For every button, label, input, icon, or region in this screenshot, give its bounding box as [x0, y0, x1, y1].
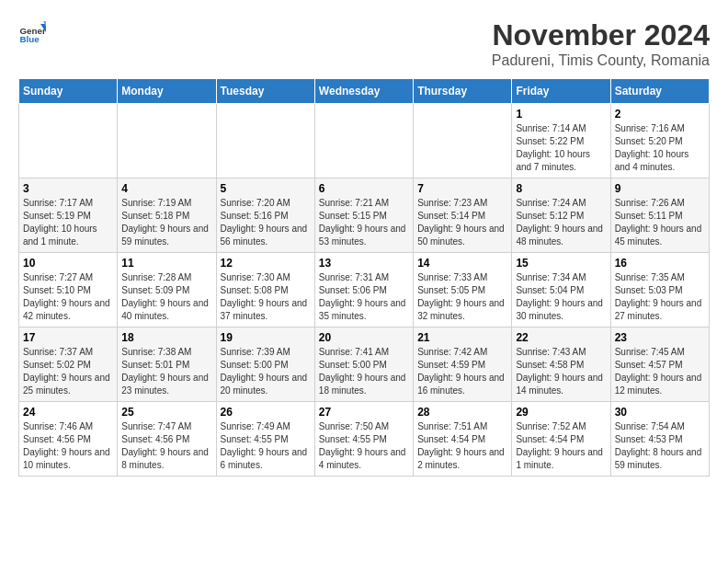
- day-number: 5: [221, 182, 311, 195]
- calendar-week-row: 10Sunrise: 7:27 AMSunset: 5:10 PMDayligh…: [19, 253, 710, 327]
- day-number: 23: [615, 331, 705, 344]
- day-number: 1: [516, 108, 606, 121]
- day-number: 10: [23, 257, 113, 270]
- calendar-cell: 30Sunrise: 7:54 AMSunset: 4:53 PMDayligh…: [610, 402, 709, 477]
- calendar-week-row: 24Sunrise: 7:46 AMSunset: 4:56 PMDayligh…: [19, 402, 710, 477]
- calendar-week-row: 17Sunrise: 7:37 AMSunset: 5:02 PMDayligh…: [19, 327, 710, 402]
- calendar-cell: 5Sunrise: 7:20 AMSunset: 5:16 PMDaylight…: [216, 178, 314, 253]
- day-info: Sunrise: 7:41 AMSunset: 5:00 PMDaylight:…: [319, 346, 409, 397]
- day-number: 26: [221, 406, 311, 419]
- weekday-header-monday: Monday: [118, 79, 216, 104]
- calendar-cell: 29Sunrise: 7:52 AMSunset: 4:54 PMDayligh…: [512, 402, 610, 477]
- day-info: Sunrise: 7:52 AMSunset: 4:54 PMDaylight:…: [516, 420, 606, 472]
- weekday-header-thursday: Thursday: [414, 79, 512, 104]
- day-number: 14: [417, 257, 507, 270]
- calendar-cell: 22Sunrise: 7:43 AMSunset: 4:58 PMDayligh…: [512, 327, 610, 402]
- day-info: Sunrise: 7:50 AMSunset: 4:55 PMDaylight:…: [319, 420, 409, 472]
- calendar-cell: 1Sunrise: 7:14 AMSunset: 5:22 PMDaylight…: [512, 104, 610, 178]
- calendar-cell: 6Sunrise: 7:21 AMSunset: 5:15 PMDaylight…: [314, 178, 413, 253]
- calendar-cell: 25Sunrise: 7:47 AMSunset: 4:56 PMDayligh…: [118, 402, 216, 477]
- day-info: Sunrise: 7:33 AMSunset: 5:05 PMDaylight:…: [417, 271, 507, 323]
- day-info: Sunrise: 7:39 AMSunset: 5:00 PMDaylight:…: [221, 346, 311, 397]
- calendar-cell: 2Sunrise: 7:16 AMSunset: 5:20 PMDaylight…: [610, 104, 709, 178]
- day-number: 19: [221, 331, 311, 344]
- calendar-cell: 26Sunrise: 7:49 AMSunset: 4:55 PMDayligh…: [216, 402, 314, 477]
- day-number: 8: [516, 182, 606, 195]
- calendar-cell: 19Sunrise: 7:39 AMSunset: 5:00 PMDayligh…: [216, 327, 314, 402]
- calendar-cell: 24Sunrise: 7:46 AMSunset: 4:56 PMDayligh…: [19, 402, 118, 477]
- day-info: Sunrise: 7:19 AMSunset: 5:18 PMDaylight:…: [121, 197, 211, 248]
- day-number: 21: [417, 331, 507, 344]
- svg-text:Blue: Blue: [20, 34, 40, 44]
- day-info: Sunrise: 7:21 AMSunset: 5:15 PMDaylight:…: [319, 197, 409, 248]
- day-info: Sunrise: 7:45 AMSunset: 4:57 PMDaylight:…: [615, 346, 705, 397]
- location-subtitle: Padureni, Timis County, Romania: [492, 52, 710, 69]
- day-info: Sunrise: 7:35 AMSunset: 5:03 PMDaylight:…: [615, 271, 705, 323]
- weekday-header-friday: Friday: [512, 79, 610, 104]
- calendar-cell: [314, 104, 413, 178]
- calendar-cell: 13Sunrise: 7:31 AMSunset: 5:06 PMDayligh…: [314, 253, 413, 327]
- calendar-cell: 11Sunrise: 7:28 AMSunset: 5:09 PMDayligh…: [118, 253, 216, 327]
- day-number: 29: [516, 406, 606, 419]
- day-info: Sunrise: 7:37 AMSunset: 5:02 PMDaylight:…: [23, 346, 113, 397]
- day-number: 15: [516, 257, 606, 270]
- month-title: November 2024: [492, 18, 710, 52]
- calendar-cell: 14Sunrise: 7:33 AMSunset: 5:05 PMDayligh…: [414, 253, 512, 327]
- day-number: 9: [615, 182, 705, 195]
- calendar-cell: 12Sunrise: 7:30 AMSunset: 5:08 PMDayligh…: [216, 253, 314, 327]
- day-number: 28: [417, 406, 507, 419]
- calendar-cell: 17Sunrise: 7:37 AMSunset: 5:02 PMDayligh…: [19, 327, 118, 402]
- calendar-cell: 8Sunrise: 7:24 AMSunset: 5:12 PMDaylight…: [512, 178, 610, 253]
- calendar-cell: 3Sunrise: 7:17 AMSunset: 5:19 PMDaylight…: [19, 178, 118, 253]
- title-section: November 2024 Padureni, Timis County, Ro…: [492, 18, 710, 69]
- day-number: 12: [221, 257, 311, 270]
- calendar-cell: 10Sunrise: 7:27 AMSunset: 5:10 PMDayligh…: [19, 253, 118, 327]
- day-number: 6: [319, 182, 409, 195]
- day-info: Sunrise: 7:38 AMSunset: 5:01 PMDaylight:…: [121, 346, 211, 397]
- day-info: Sunrise: 7:30 AMSunset: 5:08 PMDaylight:…: [221, 271, 311, 323]
- day-number: 17: [23, 331, 113, 344]
- calendar-cell: 7Sunrise: 7:23 AMSunset: 5:14 PMDaylight…: [414, 178, 512, 253]
- day-info: Sunrise: 7:26 AMSunset: 5:11 PMDaylight:…: [615, 197, 705, 248]
- day-number: 18: [121, 331, 211, 344]
- calendar-cell: 9Sunrise: 7:26 AMSunset: 5:11 PMDaylight…: [610, 178, 709, 253]
- day-number: 4: [121, 182, 211, 195]
- day-number: 30: [615, 406, 705, 419]
- calendar-cell: 4Sunrise: 7:19 AMSunset: 5:18 PMDaylight…: [118, 178, 216, 253]
- day-number: 3: [23, 182, 113, 195]
- day-info: Sunrise: 7:16 AMSunset: 5:20 PMDaylight:…: [615, 122, 705, 174]
- day-info: Sunrise: 7:47 AMSunset: 4:56 PMDaylight:…: [121, 420, 211, 472]
- day-info: Sunrise: 7:17 AMSunset: 5:19 PMDaylight:…: [23, 197, 113, 248]
- day-number: 24: [23, 406, 113, 419]
- page-header: General Blue November 2024 Padureni, Tim…: [18, 18, 710, 69]
- calendar-cell: 16Sunrise: 7:35 AMSunset: 5:03 PMDayligh…: [610, 253, 709, 327]
- calendar-cell: 20Sunrise: 7:41 AMSunset: 5:00 PMDayligh…: [314, 327, 413, 402]
- logo: General Blue: [18, 18, 46, 46]
- weekday-header-wednesday: Wednesday: [314, 79, 413, 104]
- calendar-cell: [414, 104, 512, 178]
- day-info: Sunrise: 7:34 AMSunset: 5:04 PMDaylight:…: [516, 271, 606, 323]
- day-number: 25: [121, 406, 211, 419]
- calendar-cell: 23Sunrise: 7:45 AMSunset: 4:57 PMDayligh…: [610, 327, 709, 402]
- day-info: Sunrise: 7:42 AMSunset: 4:59 PMDaylight:…: [417, 346, 507, 397]
- calendar-week-row: 3Sunrise: 7:17 AMSunset: 5:19 PMDaylight…: [19, 178, 710, 253]
- weekday-header-tuesday: Tuesday: [216, 79, 314, 104]
- calendar-cell: 21Sunrise: 7:42 AMSunset: 4:59 PMDayligh…: [414, 327, 512, 402]
- day-number: 2: [615, 108, 705, 121]
- calendar-cell: 27Sunrise: 7:50 AMSunset: 4:55 PMDayligh…: [314, 402, 413, 477]
- day-info: Sunrise: 7:43 AMSunset: 4:58 PMDaylight:…: [516, 346, 606, 397]
- day-number: 22: [516, 331, 606, 344]
- day-info: Sunrise: 7:20 AMSunset: 5:16 PMDaylight:…: [221, 197, 311, 248]
- day-info: Sunrise: 7:46 AMSunset: 4:56 PMDaylight:…: [23, 420, 113, 472]
- calendar-cell: [216, 104, 314, 178]
- weekday-header-row: SundayMondayTuesdayWednesdayThursdayFrid…: [19, 79, 710, 104]
- day-number: 7: [417, 182, 507, 195]
- day-number: 16: [615, 257, 705, 270]
- day-number: 11: [121, 257, 211, 270]
- day-info: Sunrise: 7:49 AMSunset: 4:55 PMDaylight:…: [221, 420, 311, 472]
- weekday-header-sunday: Sunday: [19, 79, 118, 104]
- day-number: 13: [319, 257, 409, 270]
- day-info: Sunrise: 7:14 AMSunset: 5:22 PMDaylight:…: [516, 122, 606, 174]
- calendar-cell: 15Sunrise: 7:34 AMSunset: 5:04 PMDayligh…: [512, 253, 610, 327]
- day-number: 27: [319, 406, 409, 419]
